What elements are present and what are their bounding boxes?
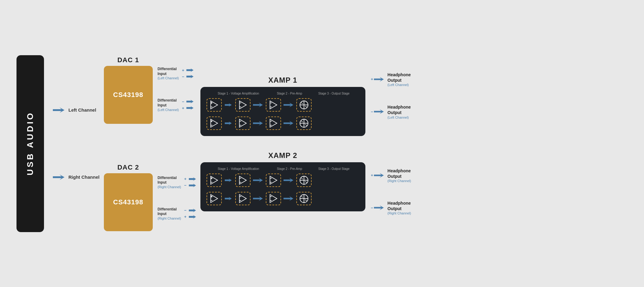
xamp1-stage1-header: Stage 1 - Voltage Amplification (210, 92, 267, 95)
xamp1-r2-arrow2-icon (253, 120, 263, 126)
xamp2-out2: − Headphone Output (Right Channel) (371, 200, 411, 215)
usb-audio-block: USB AUDIO (16, 55, 44, 232)
xamp1-stage-headers: Stage 1 - Voltage Amplification Stage 2 … (207, 92, 359, 95)
xamp1-r2-outstage1-icon (299, 118, 309, 128)
right-channel-arrow-icon (53, 174, 65, 180)
xamp1-r1-s2-block (266, 98, 281, 112)
dac1-diff2: Differential Input (Left Channel) − + (158, 98, 197, 111)
right-channel-label: Right Channel (53, 174, 100, 180)
dac1-diff2-channel: (Left Channel) (158, 108, 179, 112)
dac1-group: DAC 1 CS43198 (104, 56, 153, 124)
xamp1-group: XAMP 1 Stage 1 - Voltage Amplification S… (200, 76, 365, 136)
dac1-title: DAC 1 (117, 56, 139, 64)
xamp2-r1-opamp1-icon (209, 175, 219, 185)
xamp2-r1-arrow3-icon (284, 178, 294, 183)
xamp2-r2-s1-block1 (207, 192, 222, 205)
xamp2-r1-s1-block2 (235, 174, 251, 187)
xamp1-out1: + Headphone Output (Left Channel) (371, 72, 411, 87)
xamp1-title: XAMP 1 (268, 76, 297, 84)
dac1-diff2-label: Differential Input (Left Channel) (158, 98, 179, 111)
xamp2-r1-s3-block (296, 174, 312, 187)
xamp1-out2-minus-icon (374, 109, 384, 114)
dac-section: DAC 1 CS43198 DAC 2 CS43198 (104, 56, 153, 231)
dac2-diff1-channel: (Right Channel) (158, 185, 181, 189)
xamp2-r2-s1-block2 (235, 192, 251, 205)
dac1-diff-inputs: Differential Input (Left Channel) + − (158, 67, 197, 111)
xamp2-out2-minus-icon (374, 205, 384, 210)
xamp2-r1-preamp1-icon (268, 175, 279, 185)
dac2-diff1-minus-icon (188, 183, 197, 188)
xamp2-out1-plus-icon (374, 173, 384, 178)
dac2-diff1-plus-icon (188, 177, 197, 181)
xamp1-r2-opamp1-icon (209, 118, 219, 128)
xamp2-r1-s1-block1 (207, 174, 222, 187)
dac1-diff1: Differential Input (Left Channel) + − (158, 67, 197, 80)
dac2-diff2-channel: (Right Channel) (158, 217, 181, 220)
diff2-plus-arrow-icon (186, 106, 195, 110)
xamp2-stage3-header: Stage 3 - Output Stage (312, 167, 356, 170)
xamp2-group: XAMP 2 Stage 1 - Voltage Amplification S… (200, 151, 365, 211)
dac1-diff1-label: Differential Input (Left Channel) (158, 67, 179, 80)
xamp2-box: Stage 1 - Voltage Amplification Stage 2 … (200, 162, 365, 211)
dac2-diff-inputs: Differential Input (Right Channel) + − (158, 176, 197, 220)
channel-arrows: Left Channel Right Channel (53, 107, 100, 180)
xamp2-r2-opamp1-icon (209, 193, 219, 204)
output-section: + Headphone Output (Left Channel) − Head (371, 72, 411, 215)
xamp1-row2 (207, 117, 359, 130)
xamp2-r1-outstage1-icon (299, 175, 309, 185)
left-channel-label: Left Channel (53, 107, 100, 113)
main-diagram: USB AUDIO Left Channel Right Channel DAC… (7, 49, 637, 238)
dac1-diff2-arrows: − + (182, 99, 195, 110)
xamp2-outputs: + Headphone Output (Right Channel) − Hea… (371, 168, 411, 215)
xamp1-r2-s3-block (296, 117, 312, 130)
xamp1-r1-arrow1-icon (224, 103, 233, 107)
xamp1-stage2-header: Stage 2 - Pre-Amp (267, 92, 312, 95)
xamp2-r2-s2-block (266, 192, 281, 205)
dac2-diff2-minus-icon (188, 208, 197, 213)
xamp1-r2-preamp1-icon (268, 118, 279, 128)
xamp1-row1 (207, 98, 359, 112)
xamp1-outputs: + Headphone Output (Left Channel) − Head (371, 72, 411, 119)
xamp1-r2-arrow3-icon (284, 120, 294, 126)
xamp2-out1: + Headphone Output (Right Channel) (371, 168, 411, 183)
xamp1-r1-opamp1-icon (209, 100, 219, 110)
dac2-diff1-label: Differential Input (Right Channel) (158, 176, 181, 189)
xamp1-r2-s1-block1 (207, 117, 222, 130)
xamp2-row1 (207, 174, 359, 187)
dac1-diff1-channel: (Left Channel) (158, 76, 179, 80)
xamp1-box: Stage 1 - Voltage Amplification Stage 2 … (200, 87, 365, 136)
usb-audio-label: USB AUDIO (25, 111, 35, 175)
xamp1-r1-arrow3-icon (284, 102, 294, 108)
dac2-diff2-plus-icon (188, 215, 197, 219)
xamp1-out1-plus-icon (374, 77, 384, 82)
diff1-plus-arrow-icon (186, 68, 195, 72)
xamp2-r2-preamp1-icon (268, 193, 279, 204)
xamp1-out2: − Headphone Output (Left Channel) (371, 104, 411, 119)
xamp1-out2-label: Headphone Output (Left Channel) (387, 104, 411, 119)
xamp1-out1-label: Headphone Output (Left Channel) (387, 72, 411, 87)
xamp2-out1-label: Headphone Output (Right Channel) (387, 168, 411, 183)
xamp2-r1-buffer1-icon (238, 175, 248, 185)
xamp1-r2-arrow1-icon (224, 121, 233, 125)
dac2-diff2: Differential Input (Right Channel) − + (158, 207, 197, 220)
xamp2-stage-headers: Stage 1 - Voltage Amplification Stage 2 … (207, 167, 359, 170)
xamp2-title: XAMP 2 (268, 151, 297, 160)
xamp1-r1-preamp1-icon (268, 100, 279, 110)
xamp2-r1-arrow2-icon (253, 178, 263, 183)
xamp2-r2-arrow3-icon (284, 196, 294, 201)
xamp1-r1-outstage1-icon (299, 100, 309, 110)
xamp2-stage2-header: Stage 2 - Pre-Amp (267, 167, 312, 170)
xamp1-r2-s2-block (266, 117, 281, 130)
dac1-diff1-arrows: + − (182, 68, 195, 79)
dac1-chip: CS43198 (104, 66, 153, 124)
xamp1-r2-s1-block2 (235, 117, 251, 130)
xamp2-r2-buffer1-icon (238, 193, 248, 204)
diff1-minus-arrow-icon (186, 74, 195, 79)
xamp2-r1-arrow1-icon (224, 178, 233, 182)
xamp1-r2-buffer1-icon (238, 118, 248, 128)
diff2-minus-arrow-icon (186, 99, 195, 104)
dac2-diff2-label: Differential Input (Right Channel) (158, 207, 181, 220)
xamp2-r2-s3-block (296, 192, 312, 205)
xamp1-r1-buffer1-icon (238, 100, 248, 110)
xamp1-stage3-header: Stage 3 - Output Stage (312, 92, 356, 95)
